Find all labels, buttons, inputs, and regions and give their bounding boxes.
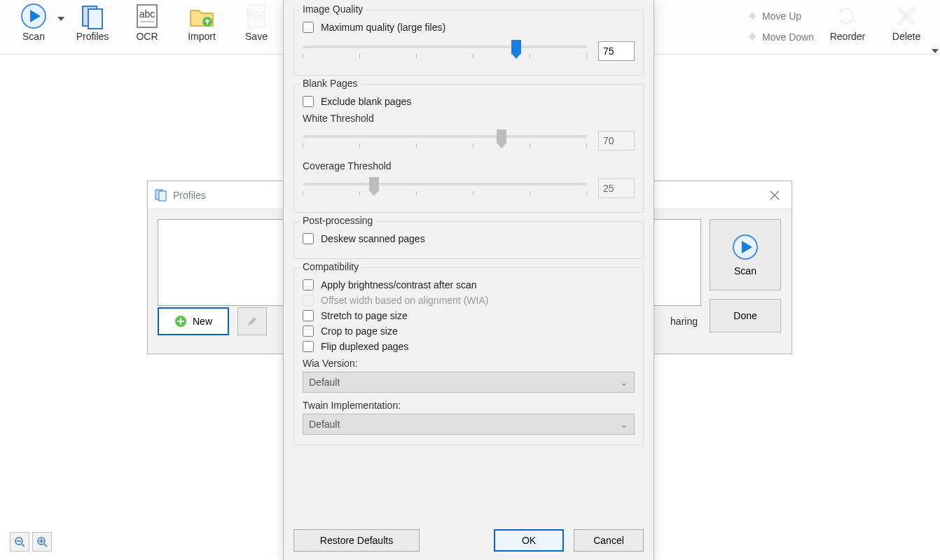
twain-value: Default: [309, 419, 340, 430]
svg-line-29: [22, 544, 25, 547]
white-threshold-slider[interactable]: [303, 127, 587, 155]
zoom-in-button[interactable]: [32, 532, 52, 552]
move-up-label: Move Up: [762, 10, 801, 22]
wia-version-value: Default: [309, 377, 340, 388]
image-quality-slider[interactable]: [303, 37, 587, 65]
pencil-icon: [247, 316, 258, 327]
delete-x-icon: [892, 1, 920, 31]
dropdown-icon[interactable]: [57, 15, 64, 22]
profiles-scan-button[interactable]: Scan: [710, 219, 781, 290]
blank-pages-group: Blank Pages Exclude blank pages White Th…: [293, 84, 644, 213]
exclude-blank-input[interactable]: [303, 96, 314, 107]
post-processing-group: Post-processing Deskew scanned pages: [293, 221, 644, 259]
ok-button[interactable]: OK: [494, 529, 564, 552]
plus-icon: [174, 315, 187, 328]
ocr-button[interactable]: abc OCR: [122, 1, 172, 52]
offset-wia-checkbox: Offset width based on alignment (WIA): [303, 295, 635, 306]
white-threshold-label: White Threshold: [303, 113, 635, 124]
ok-label: OK: [522, 535, 536, 546]
zoom-controls: [10, 532, 52, 552]
zoom-out-button[interactable]: [10, 532, 29, 552]
move-up-button[interactable]: Move Up: [742, 7, 818, 25]
reorder-icon: [834, 1, 862, 31]
ocr-icon: abc: [133, 1, 161, 31]
profile-new-button[interactable]: New: [158, 307, 229, 335]
restore-defaults-button[interactable]: Restore Defaults: [293, 529, 420, 552]
crop-label: Crop to page size: [321, 326, 398, 337]
stretch-label: Stretch to page size: [321, 310, 408, 321]
stretch-input[interactable]: [303, 310, 314, 321]
import-folder-icon: [188, 1, 216, 31]
coverage-threshold-value: [598, 178, 635, 198]
scan-label: Scan: [22, 31, 45, 42]
reorder-label: Reorder: [830, 31, 866, 42]
svg-text:abc: abc: [139, 8, 155, 20]
blank-pages-legend: Blank Pages: [300, 78, 361, 89]
coverage-threshold-label: Coverage Threshold: [303, 160, 635, 172]
svg-rect-4: [88, 9, 102, 29]
profiles-title-icon: [155, 189, 167, 202]
flip-input[interactable]: [303, 341, 314, 352]
save-button[interactable]: PDF Save: [231, 1, 282, 52]
flip-checkbox[interactable]: Flip duplexed pages: [303, 341, 635, 352]
profile-edit-button[interactable]: [237, 307, 267, 335]
save-label: Save: [245, 31, 268, 42]
stretch-checkbox[interactable]: Stretch to page size: [303, 310, 635, 321]
compatibility-group: Compatibility Apply brightness/contrast …: [293, 267, 644, 445]
scan-play-icon: [20, 1, 48, 31]
scan-play-icon: [731, 233, 759, 261]
import-button[interactable]: Import: [172, 1, 231, 52]
profiles-done-button[interactable]: Done: [710, 299, 781, 332]
profiles-close-button[interactable]: [765, 186, 785, 205]
profiles-title-text: Profiles: [173, 190, 206, 201]
brightness-input[interactable]: [303, 279, 314, 290]
image-quality-value[interactable]: [598, 41, 635, 61]
profiles-label: Profiles: [76, 31, 109, 42]
offset-wia-input: [303, 295, 314, 306]
exclude-blank-checkbox[interactable]: Exclude blank pages: [303, 96, 635, 107]
svg-marker-13: [748, 33, 756, 41]
cancel-button[interactable]: Cancel: [574, 529, 644, 552]
twain-label: Twain Implementation:: [303, 400, 635, 411]
move-down-button[interactable]: Move Down: [742, 28, 818, 46]
deskew-input[interactable]: [303, 233, 314, 244]
crop-checkbox[interactable]: Crop to page size: [303, 326, 635, 337]
brightness-checkbox[interactable]: Apply brightness/contrast after scan: [303, 279, 635, 290]
svg-marker-2: [57, 17, 64, 21]
max-quality-input[interactable]: [303, 22, 314, 33]
arrow-down-icon: [747, 31, 758, 43]
scan-button[interactable]: Scan: [4, 1, 63, 52]
toolbar-overflow-icon[interactable]: [932, 48, 939, 55]
reorder-button[interactable]: Reorder: [818, 1, 877, 52]
coverage-threshold-slider[interactable]: [303, 174, 587, 202]
image-quality-group: Image Quality Maximum quality (large fil…: [293, 10, 644, 76]
flip-label: Flip duplexed pages: [321, 341, 408, 352]
twain-combo[interactable]: Default ⌄: [303, 414, 635, 435]
arrow-up-icon: [747, 10, 758, 22]
close-icon: [770, 190, 780, 200]
deskew-label: Deskew scanned pages: [321, 233, 425, 244]
white-threshold-value: [598, 131, 635, 150]
compatibility-legend: Compatibility: [300, 261, 361, 272]
move-group: Move Up Move Down: [742, 1, 818, 52]
svg-marker-18: [932, 49, 939, 53]
delete-label: Delete: [892, 31, 920, 42]
max-quality-checkbox[interactable]: Maximum quality (large files): [303, 22, 635, 33]
chevron-down-icon: ⌄: [620, 419, 628, 430]
delete-button[interactable]: Delete: [877, 1, 936, 52]
wia-version-combo[interactable]: Default ⌄: [303, 372, 635, 393]
profiles-icon: [78, 1, 106, 31]
import-label: Import: [188, 31, 216, 42]
svg-text:PDF: PDF: [247, 10, 266, 21]
sharing-button-partial[interactable]: haring: [670, 307, 703, 335]
ocr-label: OCR: [136, 31, 158, 42]
profiles-scan-label: Scan: [734, 265, 756, 276]
zoom-out-icon: [14, 536, 25, 547]
wia-version-label: Wia Version:: [303, 358, 635, 369]
post-processing-legend: Post-processing: [300, 215, 375, 226]
profiles-button[interactable]: Profiles: [63, 1, 122, 52]
deskew-checkbox[interactable]: Deskew scanned pages: [303, 233, 635, 244]
svg-rect-20: [159, 191, 166, 201]
crop-input[interactable]: [303, 326, 314, 337]
svg-line-32: [44, 544, 47, 547]
